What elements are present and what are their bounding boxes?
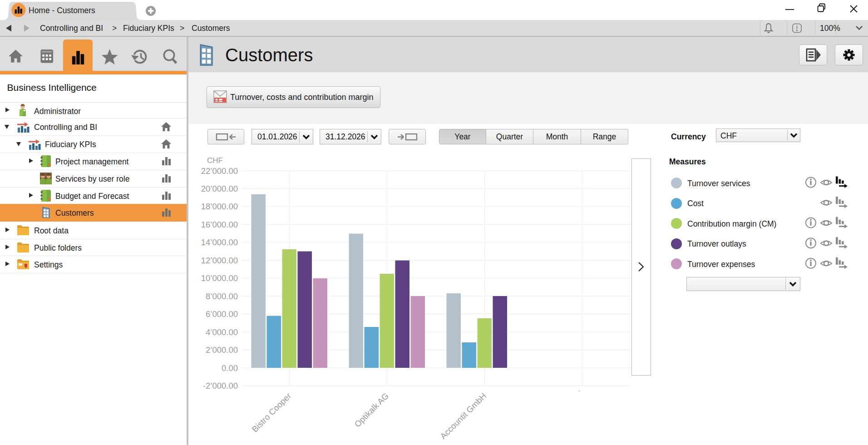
svg-text:18’000.00: 18’000.00 — [201, 202, 238, 211]
svg-text:2’000.00: 2’000.00 — [206, 345, 238, 355]
svg-text:12’000.00: 12’000.00 — [201, 256, 238, 265]
svg-text:20’000.00: 20’000.00 — [201, 184, 238, 193]
svg-text:100%: 100% — [820, 24, 840, 33]
svg-text:Bistro Cooper: Bistro Cooper — [250, 391, 293, 434]
svg-text:22’000.00: 22’000.00 — [201, 166, 238, 176]
svg-text:14’000.00: 14’000.00 — [201, 237, 238, 247]
svg-text:0.00: 0.00 — [222, 363, 238, 373]
svg-text:CHF: CHF — [207, 156, 223, 165]
svg-text:6’000.00: 6’000.00 — [206, 309, 238, 319]
svg-text:-2’000.00: -2’000.00 — [203, 381, 238, 391]
svg-text:4’000.00: 4’000.00 — [206, 327, 238, 337]
svg-text:8’000.00: 8’000.00 — [206, 292, 238, 301]
svg-text:10’000.00: 10’000.00 — [201, 273, 238, 283]
svg-text:Optikalk AG: Optikalk AG — [352, 391, 390, 429]
svg-text:Accountit GmbH: Accountit GmbH — [438, 391, 488, 441]
svg-text:16’000.00: 16’000.00 — [201, 220, 238, 229]
